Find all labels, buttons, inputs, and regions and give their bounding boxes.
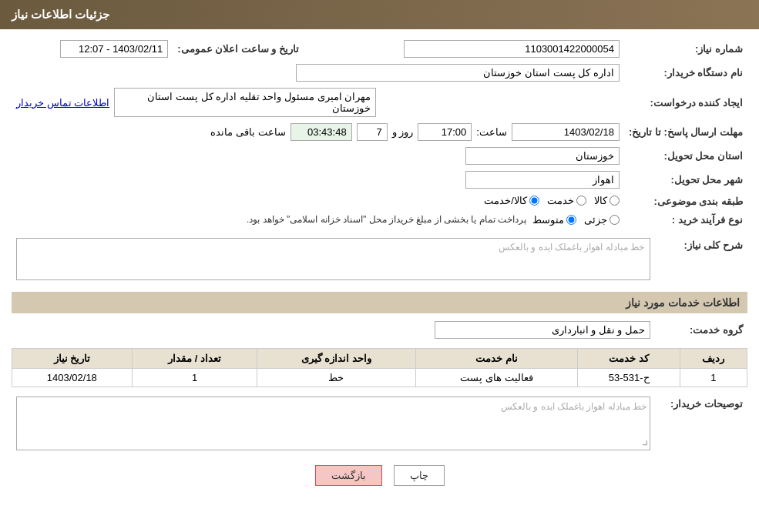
process-type-value: جزئی متوسط پرداخت تمام یا بخشی از مبلغ خ… bbox=[12, 211, 624, 229]
need-number-value: 1103001422000054 bbox=[314, 37, 624, 61]
deadline-days-field: 7 bbox=[357, 123, 388, 141]
city-field: اهواز bbox=[465, 171, 620, 189]
city-value: اهواز bbox=[12, 168, 624, 192]
row-buyer-desc: توصیحات خریدار: خط مبادله اهواز باغملک ا… bbox=[12, 393, 747, 453]
remaining-label: ساعت باقی مانده bbox=[210, 126, 285, 138]
requester-label: ایجاد کننده درخواست: bbox=[624, 85, 747, 120]
services-table-body: 1ح-531-53فعالیت های پستخط11403/02/18 bbox=[12, 369, 747, 387]
col-date: تاریخ نیاز bbox=[12, 349, 133, 369]
row-process-type: نوع فرآیند خرید : جزئی متوسط bbox=[12, 211, 747, 229]
cell-qty: 1 bbox=[132, 369, 257, 387]
page-title: جزئیات اطلاعات نیاز bbox=[12, 8, 109, 21]
days-label: روز و bbox=[392, 126, 414, 138]
process-motavasset-label: متوسط bbox=[532, 214, 564, 226]
category-kala-khedmat-label: کالا/خدمت bbox=[484, 195, 527, 206]
print-button[interactable]: چاپ bbox=[394, 465, 445, 486]
row-category: طبقه بندی موضوعی: کالا خدمت bbox=[12, 192, 747, 211]
deadline-value: 1403/02/18 ساعت: 17:00 روز و 7 03:43:48 … bbox=[12, 120, 624, 144]
category-khedmat-radio[interactable] bbox=[576, 196, 586, 206]
buyer-org-label: نام دستگاه خریدار: bbox=[624, 61, 747, 85]
announce-value: 1403/02/11 - 12:07 bbox=[12, 37, 173, 61]
category-kala-option[interactable]: کالا bbox=[594, 195, 620, 206]
general-desc-label: شرح کلی نیاز: bbox=[655, 235, 747, 286]
info-table: شماره نیاز: 1103001422000054 تاریخ و ساع… bbox=[12, 37, 747, 229]
col-name: نام خدمت bbox=[415, 349, 578, 369]
service-group-field: حمل و نقل و انبارداری bbox=[435, 321, 650, 339]
page-wrapper: جزئیات اطلاعات نیاز شماره نیاز: 11030014… bbox=[0, 0, 759, 532]
cell-name: فعالیت های پست bbox=[415, 369, 578, 387]
buyer-org-field: اداره کل پست استان خوزستان bbox=[296, 64, 620, 82]
service-group-label: گروه خدمت: bbox=[655, 318, 747, 342]
category-options: کالا خدمت کالا/خدمت bbox=[12, 192, 624, 211]
buyer-desc-label: توصیحات خریدار: bbox=[655, 393, 747, 453]
service-group-table: گروه خدمت: حمل و نقل و انبارداری bbox=[12, 318, 747, 342]
process-jazee-label: جزئی bbox=[584, 214, 607, 226]
deadline-time-field: 17:00 bbox=[418, 123, 472, 141]
buyer-desc-value: خط مبادله اهواز باغملک ایده و بالعکس ⌟ bbox=[12, 393, 655, 453]
process-jazee-option[interactable]: جزئی bbox=[584, 214, 620, 226]
services-header-row: ردیف کد خدمت نام خدمت واحد اندازه گیری ت… bbox=[12, 349, 747, 369]
col-code: کد خدمت bbox=[578, 349, 680, 369]
buyer-desc-text: خط مبادله اهواز باغملک ایده و بالعکس bbox=[501, 401, 646, 412]
service-group-value: حمل و نقل و انبارداری bbox=[12, 318, 655, 342]
province-label: استان محل تحویل: bbox=[624, 144, 747, 168]
deadline-date-field: 1403/02/18 bbox=[512, 123, 620, 141]
process-type-label: نوع فرآیند خرید : bbox=[624, 211, 747, 229]
row-requester: ایجاد کننده درخواست: مهران امیری مسئول و… bbox=[12, 85, 747, 120]
row-general-desc: شرح کلی نیاز: خط مبادله اهواز باغملک اید… bbox=[12, 235, 747, 286]
category-radio-group: کالا خدمت کالا/خدمت bbox=[484, 195, 620, 206]
cell-row: 1 bbox=[680, 369, 747, 387]
process-desc: پرداخت تمام یا بخشی از مبلغ خریداز محل "… bbox=[247, 214, 526, 225]
general-desc-table: شرح کلی نیاز: خط مبادله اهواز باغملک اید… bbox=[12, 235, 747, 286]
cell-date: 1403/02/18 bbox=[12, 369, 133, 387]
general-desc-textarea[interactable] bbox=[16, 238, 650, 280]
services-table: ردیف کد خدمت نام خدمت واحد اندازه گیری ت… bbox=[12, 348, 747, 387]
category-kala-radio[interactable] bbox=[610, 196, 620, 206]
category-label: طبقه بندی موضوعی: bbox=[624, 192, 747, 211]
contact-info-link[interactable]: اطلاعات تماس خریدار bbox=[16, 97, 109, 109]
buyer-desc-table: توصیحات خریدار: خط مبادله اهواز باغملک ا… bbox=[12, 393, 747, 453]
need-number-field: 1103001422000054 bbox=[404, 40, 620, 58]
bottom-buttons: چاپ بازگشت bbox=[12, 465, 747, 486]
category-khedmat-option[interactable]: خدمت bbox=[547, 195, 586, 206]
requester-field: مهران امیری مسئول واحد تقلیه اداره کل پس… bbox=[114, 88, 376, 117]
announce-label: تاریخ و ساعت اعلان عمومی: bbox=[173, 37, 314, 61]
city-label: شهر محل تحویل: bbox=[624, 168, 747, 192]
page-header: جزئیات اطلاعات نیاز bbox=[0, 0, 759, 29]
time-label: ساعت: bbox=[476, 126, 507, 138]
category-kala-label: کالا bbox=[594, 195, 607, 206]
row-buyer-org: نام دستگاه خریدار: اداره کل پست استان خو… bbox=[12, 61, 747, 85]
announce-field: 1403/02/11 - 12:07 bbox=[60, 40, 168, 58]
row-deadline: مهلت ارسال پاسخ: تا تاریخ: 1403/02/18 سا… bbox=[12, 120, 747, 144]
content-area: شماره نیاز: 1103001422000054 تاریخ و ساع… bbox=[0, 29, 759, 494]
province-value: خوزستان bbox=[12, 144, 624, 168]
process-type-radio-group: جزئی متوسط bbox=[532, 214, 620, 226]
cell-unit: خط bbox=[257, 369, 415, 387]
province-field: خوزستان bbox=[465, 147, 620, 165]
cell-code: ح-531-53 bbox=[578, 369, 680, 387]
services-section-header: اطلاعات خدمات مورد نیاز bbox=[12, 292, 747, 313]
process-motavasset-option[interactable]: متوسط bbox=[532, 214, 576, 226]
back-button[interactable]: بازگشت bbox=[315, 465, 382, 486]
requester-value: مهران امیری مسئول واحد تقلیه اداره کل پس… bbox=[12, 85, 624, 120]
col-unit: واحد اندازه گیری bbox=[257, 349, 415, 369]
general-desc-value: خط مبادله اهواز باغملک ایده و بالعکس bbox=[12, 235, 655, 286]
row-province: استان محل تحویل: خوزستان bbox=[12, 144, 747, 168]
row-need-number: شماره نیاز: 1103001422000054 تاریخ و ساع… bbox=[12, 37, 747, 61]
table-row: 1ح-531-53فعالیت های پستخط11403/02/18 bbox=[12, 369, 747, 387]
category-kala-khedmat-radio[interactable] bbox=[529, 196, 539, 206]
need-number-label: شماره نیاز: bbox=[624, 37, 747, 61]
process-type-container: جزئی متوسط پرداخت تمام یا بخشی از مبلغ خ… bbox=[16, 214, 620, 226]
process-jazee-radio[interactable] bbox=[610, 215, 620, 225]
col-qty: تعداد / مقدار bbox=[132, 349, 257, 369]
buyer-org-value: اداره کل پست استان خوزستان bbox=[12, 61, 624, 85]
services-table-header: ردیف کد خدمت نام خدمت واحد اندازه گیری ت… bbox=[12, 349, 747, 369]
deadline-remaining-field: 03:43:48 bbox=[291, 123, 352, 141]
row-city: شهر محل تحویل: اهواز bbox=[12, 168, 747, 192]
resize-handle: ⌟ bbox=[642, 431, 648, 448]
col-row: ردیف bbox=[680, 349, 747, 369]
category-khedmat-label: خدمت bbox=[547, 195, 574, 206]
deadline-label: مهلت ارسال پاسخ: تا تاریخ: bbox=[624, 120, 747, 144]
category-kala-khedmat-option[interactable]: کالا/خدمت bbox=[484, 195, 539, 206]
process-motavasset-radio[interactable] bbox=[566, 215, 576, 225]
